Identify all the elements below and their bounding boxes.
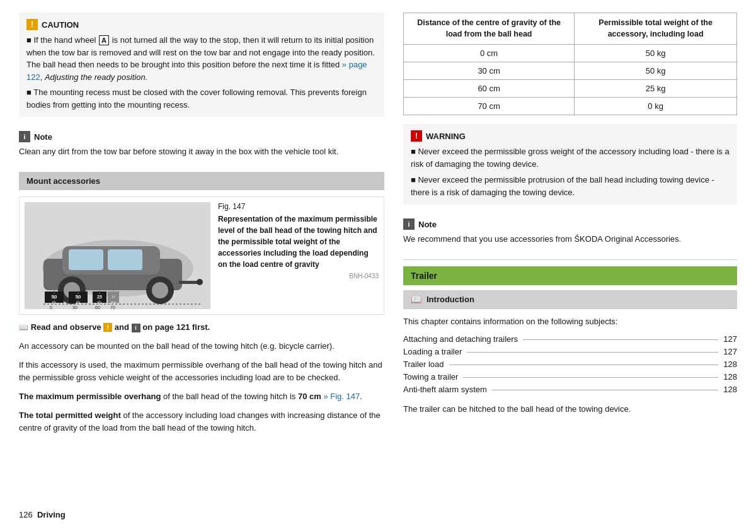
caution-icon: ! bbox=[26, 19, 38, 30]
caution-label: CAUTION bbox=[42, 20, 79, 30]
svg-text:0: 0 bbox=[50, 305, 52, 309]
fig-desc: Representation of the maximum permissibl… bbox=[218, 213, 379, 270]
read-observe-text: Read and observe bbox=[31, 322, 104, 332]
warning-icon: ! bbox=[411, 130, 422, 142]
table-cell-0-1: 50 kg bbox=[575, 45, 737, 62]
body-para-1: An accessory can be mounted on the ball … bbox=[19, 340, 384, 353]
intro-header: 📖 Introduction bbox=[403, 290, 737, 309]
on-page-text: on page 121 first. bbox=[142, 322, 210, 332]
caution-para-1: ■ If the hand wheel A is not turned all … bbox=[26, 34, 377, 83]
toc-item: Trailer load128 bbox=[403, 359, 737, 369]
table-cell-1-0: 30 cm bbox=[404, 62, 575, 80]
toc-label: Anti-theft alarm system bbox=[403, 385, 487, 394]
toc-page: 127 bbox=[723, 334, 737, 344]
toc-label: Towing a trailer bbox=[403, 372, 458, 382]
table-cell-1-1: 50 kg bbox=[575, 62, 737, 80]
table-cell-3-0: 70 cm bbox=[404, 98, 575, 115]
note-label-1: Note bbox=[34, 132, 52, 142]
right-column: Distance of the centre of gravity of the… bbox=[403, 13, 737, 513]
toc-page: 127 bbox=[723, 347, 737, 356]
fig-number: Fig. 147 bbox=[218, 202, 379, 211]
note-label-2: Note bbox=[418, 220, 437, 229]
note-icon-1: i bbox=[19, 131, 30, 142]
table-header-2: Permissible total weight of the accessor… bbox=[575, 13, 737, 45]
table-row: 0 cm50 kg bbox=[404, 45, 737, 62]
toc-page: 128 bbox=[723, 372, 737, 382]
toc-page: 128 bbox=[723, 359, 737, 369]
footer-section: Driving bbox=[37, 510, 66, 519]
key-a: A bbox=[99, 35, 109, 45]
warning-title: ! WARNING bbox=[411, 130, 730, 142]
toc-list: Attaching and detaching trailers127Loadi… bbox=[403, 334, 737, 394]
table-row: 30 cm50 kg bbox=[404, 62, 737, 80]
car-illustration: 50 kg 50 kg 25 kg 0 kg 0 cm 30 cm bbox=[25, 202, 210, 309]
weight-table: Distance of the centre of gravity of the… bbox=[403, 13, 737, 115]
warning-item-2: ■ Never exceed the permissible protrusio… bbox=[411, 174, 730, 198]
intro-body: This chapter contains information on the… bbox=[403, 315, 737, 328]
table-cell-0-0: 0 cm bbox=[404, 45, 575, 62]
svg-rect-4 bbox=[69, 249, 103, 270]
trailer-header: Trailer bbox=[403, 266, 737, 285]
table-row: 60 cm25 kg bbox=[404, 80, 737, 98]
figure-image: 50 kg 50 kg 25 kg 0 kg 0 cm 30 cm bbox=[25, 202, 210, 309]
toc-dots bbox=[492, 390, 718, 390]
page-footer: 126 Driving bbox=[19, 510, 66, 519]
svg-rect-10 bbox=[179, 281, 198, 284]
toc-label: Attaching and detaching trailers bbox=[403, 334, 518, 344]
table-cell-2-1: 25 kg bbox=[575, 80, 737, 98]
toc-item: Loading a trailer127 bbox=[403, 347, 737, 356]
caution-para-2: ■ The mounting recess must be closed wit… bbox=[26, 86, 377, 111]
read-observe: 📖 Read and observe ! and i on page 121 f… bbox=[19, 322, 384, 332]
note-icon-inline: i bbox=[132, 324, 140, 332]
toc-label: Trailer load bbox=[403, 359, 444, 369]
figure-caption: Fig. 147 Representation of the maximum p… bbox=[218, 202, 379, 309]
left-column: ! CAUTION ■ If the hand wheel A is not t… bbox=[19, 13, 384, 513]
page-number: 126 bbox=[19, 510, 33, 519]
trailer-text: The trailer can be hitched to the ball h… bbox=[403, 403, 737, 416]
note-title-2: i Note bbox=[403, 218, 737, 230]
warning-item-1: ■ Never exceed the permissible gross wei… bbox=[411, 145, 730, 170]
table-cell-2-0: 60 cm bbox=[404, 80, 575, 98]
table-header-1: Distance of the centre of gravity of the… bbox=[404, 13, 575, 45]
book-icon: 📖 bbox=[19, 323, 28, 332]
fig-bnh: BNH-0433 bbox=[218, 273, 379, 280]
svg-point-11 bbox=[197, 279, 203, 285]
warning-box: ! WARNING ■ Never exceed the permissible… bbox=[403, 124, 737, 205]
svg-text:70: 70 bbox=[110, 305, 115, 309]
mount-accessories-header: Mount accessories bbox=[19, 172, 384, 190]
divider-1 bbox=[403, 259, 737, 260]
body-para-2: If this accessory is used, the maximum p… bbox=[19, 359, 384, 384]
svg-point-9 bbox=[152, 282, 168, 298]
note-box-1: i Note Clean any dirt from the tow bar b… bbox=[19, 126, 384, 163]
intro-label: Introduction bbox=[427, 295, 474, 304]
svg-rect-5 bbox=[108, 249, 142, 270]
svg-text:60: 60 bbox=[95, 305, 100, 309]
toc-item: Towing a trailer128 bbox=[403, 372, 737, 382]
caution-box: ! CAUTION ■ If the hand wheel A is not t… bbox=[19, 13, 384, 117]
figure-box: 50 kg 50 kg 25 kg 0 kg 0 cm 30 cm bbox=[19, 196, 384, 315]
toc-dots bbox=[467, 352, 718, 353]
note-text-2: We recommend that you use accessories fr… bbox=[403, 233, 737, 246]
note-text-1: Clean any dirt from the tow bar before s… bbox=[19, 145, 384, 158]
and-text: and bbox=[115, 322, 132, 332]
svg-text:30: 30 bbox=[72, 305, 77, 309]
toc-dots bbox=[463, 377, 718, 378]
caution-title: ! CAUTION bbox=[26, 19, 377, 30]
note-box-2: i Note We recommend that you use accesso… bbox=[403, 213, 737, 251]
toc-dots bbox=[523, 339, 718, 340]
note-title-1: i Note bbox=[19, 131, 384, 142]
body-para-3: The maximum permissible overhang of the … bbox=[19, 390, 384, 403]
body-para-4: The total permitted weight of the access… bbox=[19, 409, 384, 434]
note-icon-2: i bbox=[403, 218, 415, 230]
toc-page: 128 bbox=[723, 385, 737, 394]
toc-label: Loading a trailer bbox=[403, 347, 462, 356]
toc-dots bbox=[449, 365, 719, 365]
fig-ref-147[interactable]: » Fig. 147 bbox=[323, 392, 360, 401]
table-cell-3-1: 0 kg bbox=[575, 98, 737, 115]
toc-item: Anti-theft alarm system128 bbox=[403, 385, 737, 394]
book-icon-intro: 📖 bbox=[411, 295, 421, 305]
table-row: 70 cm0 kg bbox=[404, 98, 737, 115]
toc-item: Attaching and detaching trailers127 bbox=[403, 334, 737, 344]
warning-label: WARNING bbox=[426, 132, 466, 141]
caution-icon-inline: ! bbox=[103, 323, 112, 332]
